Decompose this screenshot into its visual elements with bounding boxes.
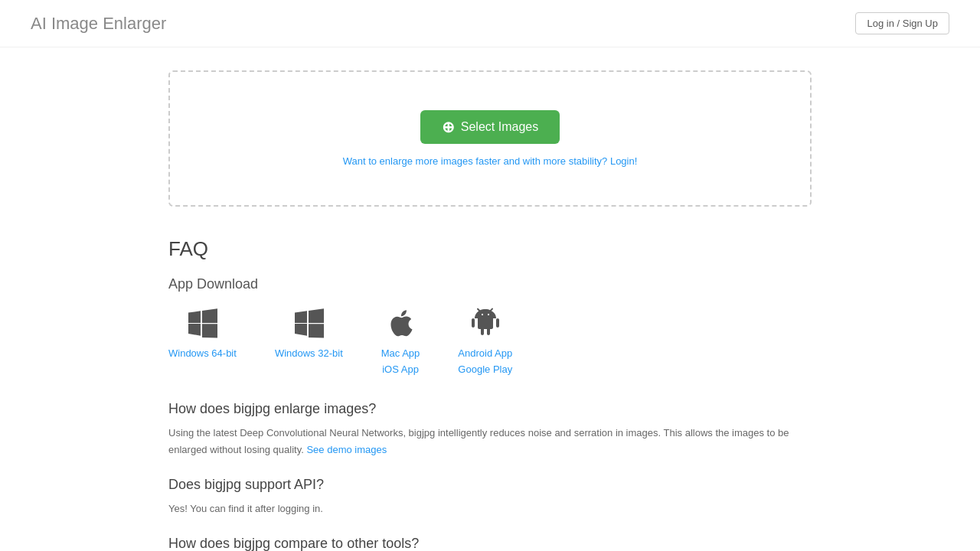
upload-dropzone: ⊕ Select Images Want to enlarge more ima… <box>168 70 812 207</box>
demo-images-link[interactable]: See demo images <box>306 444 387 455</box>
windows64-link[interactable]: Windows 64-bit <box>168 346 237 362</box>
faq-section: FAQ App Download Windows 64-bit Windows … <box>168 237 812 551</box>
app-icon-windows64[interactable]: Windows 64-bit <box>168 305 237 362</box>
ios-app-link[interactable]: iOS App <box>382 362 419 378</box>
faq-q2: Does bigjpg support API? Yes! You can fi… <box>168 477 812 517</box>
faq-q1: How does bigjpg enlarge images? Using th… <box>168 401 812 458</box>
login-hint-link[interactable]: Want to enlarge more images faster and w… <box>343 155 638 167</box>
windows-icon <box>184 305 220 341</box>
windows32-icon <box>290 305 327 341</box>
faq-question-1: How does bigjpg enlarge images? <box>168 401 812 417</box>
login-button[interactable]: Log in / Sign Up <box>855 12 949 34</box>
faq-answer-2: Yes! You can find it after logging in. <box>168 500 812 517</box>
faq-title: FAQ <box>168 237 812 261</box>
google-play-link[interactable]: Google Play <box>458 362 512 378</box>
select-images-button[interactable]: ⊕ Select Images <box>420 110 560 144</box>
app-download-title: App Download <box>168 276 812 292</box>
app-icon-android[interactable]: Android App Google Play <box>458 305 512 378</box>
apple-icon <box>382 305 419 341</box>
faq-question-2: Does bigjpg support API? <box>168 477 812 493</box>
app-icon-windows32[interactable]: Windows 32-bit <box>275 305 343 362</box>
faq-q3: How does bigjpg compare to other tools? … <box>168 536 812 551</box>
faq-answer-1: Using the latest Deep Convolutional Neur… <box>168 425 812 458</box>
plus-icon: ⊕ <box>442 119 455 135</box>
android-icon <box>467 305 504 341</box>
faq-question-3: How does bigjpg compare to other tools? <box>168 536 812 551</box>
app-icon-mac[interactable]: Mac App iOS App <box>381 305 420 378</box>
app-title: AI Image Enlarger <box>31 14 166 34</box>
android-app-link[interactable]: Android App <box>458 346 512 362</box>
mac-app-link[interactable]: Mac App <box>381 346 420 362</box>
app-icons-container: Windows 64-bit Windows 32-bit Mac App iO… <box>168 305 812 378</box>
windows32-link[interactable]: Windows 32-bit <box>275 346 343 362</box>
